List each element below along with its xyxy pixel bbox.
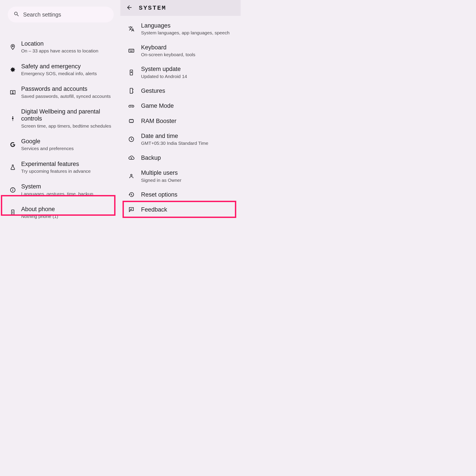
settings-item-sub: On – 33 apps have access to location xyxy=(21,48,98,54)
system-item-title: Backup xyxy=(141,154,161,161)
svg-point-1 xyxy=(12,116,14,118)
svg-point-18 xyxy=(133,106,133,106)
system-item-title: Feedback xyxy=(141,206,167,213)
google-icon xyxy=(10,141,21,148)
system-header-title: SYSTEM xyxy=(139,5,166,12)
system-item-gestures[interactable]: Gestures xyxy=(128,83,238,98)
system-item-title: Date and time xyxy=(141,133,208,139)
phone-icon xyxy=(10,209,21,216)
settings-item-title: Location xyxy=(21,40,98,47)
svg-rect-12 xyxy=(132,50,132,50)
system-item-title: Languages xyxy=(141,22,230,29)
system-item-users[interactable]: Multiple users Signed in as Owner xyxy=(128,165,238,187)
svg-rect-6 xyxy=(13,214,13,214)
settings-item-title: Safety and emergency xyxy=(21,63,97,70)
settings-item-title: About phone xyxy=(21,206,58,213)
gesture-icon xyxy=(128,88,141,94)
svg-rect-13 xyxy=(133,50,133,50)
svg-rect-8 xyxy=(13,211,13,212)
location-icon xyxy=(10,44,21,50)
svg-rect-7 xyxy=(13,212,13,214)
settings-item-title: Digital Wellbeing and parental controls xyxy=(21,108,114,122)
system-item-title: RAM Booster xyxy=(141,118,176,124)
system-item-datetime[interactable]: Date and time GMT+05:30 India Standard T… xyxy=(128,128,238,150)
medical-icon xyxy=(10,67,21,73)
clock-icon xyxy=(128,136,141,142)
search-settings-input[interactable]: Search settings xyxy=(8,7,114,22)
settings-item-passwords[interactable]: Passwords and accounts Saved passwords, … xyxy=(10,81,118,103)
gamepad-icon xyxy=(128,103,141,109)
system-item-sub: System languages, app languages, speech xyxy=(141,30,230,36)
settings-item-sub: Emergency SOS, medical info, alerts xyxy=(21,71,97,76)
wellbeing-icon xyxy=(10,115,21,121)
settings-item-sub: Try upcoming features in advance xyxy=(21,168,91,174)
system-item-title: Multiple users xyxy=(141,169,181,176)
svg-rect-4 xyxy=(13,188,13,189)
svg-rect-19 xyxy=(129,120,134,122)
settings-item-system[interactable]: System Languages, gestures, time, backup xyxy=(10,178,118,201)
system-item-keyboard[interactable]: Keyboard On-screen keyboard, tools xyxy=(128,40,238,62)
system-header: SYSTEM xyxy=(120,0,241,16)
settings-item-title: Google xyxy=(21,138,74,145)
system-item-gamemode[interactable]: Game Mode xyxy=(128,98,238,113)
svg-rect-16 xyxy=(130,88,133,93)
system-item-reset[interactable]: Reset options xyxy=(128,187,238,202)
flask-icon xyxy=(10,164,21,170)
history-icon xyxy=(128,191,141,198)
svg-rect-10 xyxy=(130,50,130,50)
settings-item-location[interactable]: Location On – 33 apps have access to loc… xyxy=(10,36,118,58)
svg-point-0 xyxy=(12,91,13,92)
account-box-icon xyxy=(10,89,21,95)
system-item-update[interactable]: System update Updated to Android 14 xyxy=(128,62,238,83)
system-item-sub: Updated to Android 14 xyxy=(141,74,187,79)
system-item-title: Gestures xyxy=(141,87,165,94)
keyboard-icon xyxy=(128,48,141,54)
settings-item-title: System xyxy=(21,183,93,190)
system-item-title: Reset options xyxy=(141,191,177,198)
system-item-title: Game Mode xyxy=(141,102,174,109)
settings-item-sub: Services and preferences xyxy=(21,146,74,151)
system-item-sub: On-screen keyboard, tools xyxy=(141,52,195,57)
system-item-title: System update xyxy=(141,66,187,72)
system-update-icon xyxy=(128,69,141,76)
search-icon xyxy=(14,11,20,18)
back-button[interactable] xyxy=(126,4,133,12)
svg-point-17 xyxy=(132,105,132,106)
search-placeholder: Search settings xyxy=(23,12,61,18)
system-item-sub: Signed in as Owner xyxy=(141,177,181,183)
settings-item-sub: Nothing phone (1) xyxy=(21,214,58,219)
settings-item-google[interactable]: Google Services and preferences xyxy=(10,133,118,156)
settings-item-about[interactable]: About phone Nothing phone (1) xyxy=(10,201,118,224)
settings-item-safety[interactable]: Safety and emergency Emergency SOS, medi… xyxy=(10,58,118,81)
settings-item-experimental[interactable]: Experimental features Try upcoming featu… xyxy=(10,156,118,179)
system-item-sub: GMT+05:30 India Standard Time xyxy=(141,140,208,146)
svg-rect-3 xyxy=(13,189,13,191)
system-item-backup[interactable]: Backup xyxy=(128,150,238,165)
settings-item-wellbeing[interactable]: Digital Wellbeing and parental controls … xyxy=(10,103,118,133)
settings-item-sub: Screen time, app timers, bedtime schedul… xyxy=(21,123,114,129)
svg-point-21 xyxy=(131,174,132,176)
system-item-title: Keyboard xyxy=(141,44,195,51)
settings-item-sub: Saved passwords, autofill, synced accoun… xyxy=(21,93,111,99)
settings-item-title: Experimental features xyxy=(21,160,91,168)
system-item-feedback[interactable]: Feedback xyxy=(128,202,238,217)
svg-rect-9 xyxy=(129,49,134,52)
svg-rect-11 xyxy=(131,50,131,50)
system-item-languages[interactable]: Languages System languages, app language… xyxy=(128,18,238,40)
ram-icon xyxy=(128,118,141,124)
feedback-icon xyxy=(128,206,141,213)
settings-item-title: Passwords and accounts xyxy=(21,85,111,92)
system-item-ram[interactable]: RAM Booster xyxy=(128,114,238,128)
svg-rect-14 xyxy=(130,51,133,51)
settings-item-sub: Languages, gestures, time, backup xyxy=(21,191,93,197)
cloud-upload-icon xyxy=(128,155,141,161)
person-icon xyxy=(128,173,141,179)
info-icon xyxy=(10,187,21,193)
translate-icon xyxy=(128,26,141,32)
